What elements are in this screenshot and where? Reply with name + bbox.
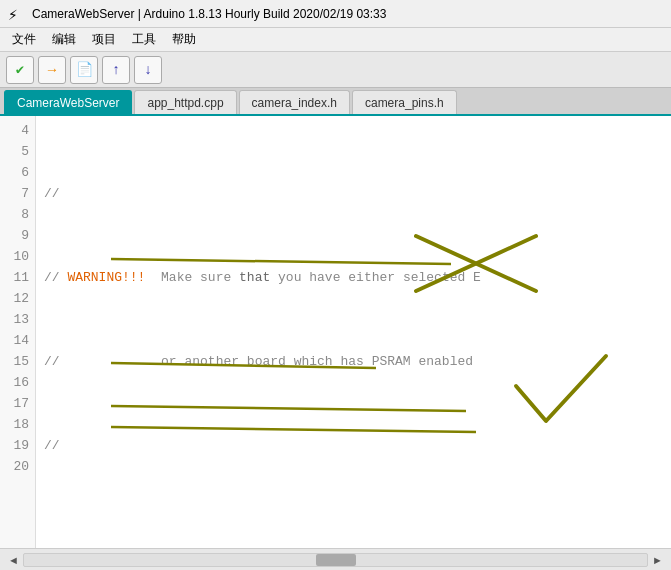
upload-button[interactable]: → — [38, 56, 66, 84]
save-button[interactable]: ↓ — [134, 56, 162, 84]
tab-camera-index[interactable]: camera_index.h — [239, 90, 350, 114]
open-button[interactable]: ↑ — [102, 56, 130, 84]
menu-edit[interactable]: 编辑 — [44, 29, 84, 50]
menu-project[interactable]: 项目 — [84, 29, 124, 50]
menu-bar: 文件 编辑 项目 工具 帮助 — [0, 28, 671, 52]
code-line-5: // WARNING!!! Make sure that you have ei… — [44, 267, 663, 288]
line-numbers: 4 5 6 7 8 9 10 11 12 13 14 15 16 17 18 1… — [0, 116, 36, 548]
tab-app-httpd[interactable]: app_httpd.cpp — [134, 90, 236, 114]
scroll-left-button[interactable]: ◄ — [8, 554, 19, 566]
code-content[interactable]: // // WARNING!!! Make sure that you have… — [36, 116, 671, 548]
tabs: CameraWebServer app_httpd.cpp camera_ind… — [0, 88, 671, 116]
verify-button[interactable]: ✔ — [6, 56, 34, 84]
code-line-4: // — [44, 183, 663, 204]
tab-camerawebserver[interactable]: CameraWebServer — [4, 90, 132, 114]
tab-camera-pins[interactable]: camera_pins.h — [352, 90, 457, 114]
new-button[interactable]: 📄 — [70, 56, 98, 84]
code-line-7: // — [44, 435, 663, 456]
toolbar: ✔ → 📄 ↑ ↓ — [0, 52, 671, 88]
app-icon: ⚡ — [8, 5, 26, 23]
code-line-8 — [44, 519, 663, 540]
scrollbar-track[interactable] — [23, 553, 648, 567]
title-bar: ⚡ CameraWebServer | Arduino 1.8.13 Hourl… — [0, 0, 671, 28]
scroll-right-button[interactable]: ► — [652, 554, 663, 566]
title-text: CameraWebServer | Arduino 1.8.13 Hourly … — [32, 7, 386, 21]
svg-line-2 — [111, 259, 451, 264]
menu-tools[interactable]: 工具 — [124, 29, 164, 50]
svg-line-4 — [111, 427, 476, 432]
menu-help[interactable]: 帮助 — [164, 29, 204, 50]
code-line-6: // or another board which has PSRAM enab… — [44, 351, 663, 372]
scrollbar-thumb[interactable] — [316, 554, 356, 566]
menu-file[interactable]: 文件 — [4, 29, 44, 50]
svg-line-3 — [111, 406, 466, 411]
status-bar: ◄ ► — [0, 548, 671, 570]
annotations-svg — [36, 116, 671, 548]
code-area[interactable]: 4 5 6 7 8 9 10 11 12 13 14 15 16 17 18 1… — [0, 116, 671, 548]
